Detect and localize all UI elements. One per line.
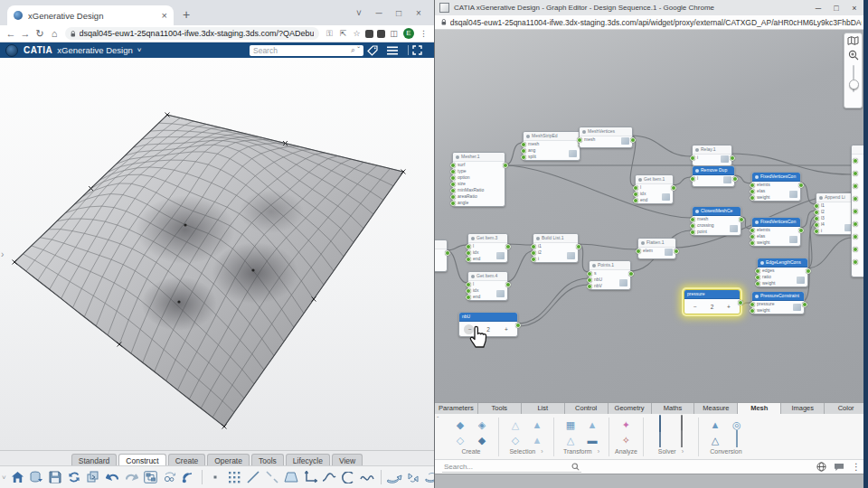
mesh-flip-icon[interactable]: ▦ [566, 416, 575, 432]
zoom-slider[interactable] [853, 65, 854, 92]
comment-icon[interactable] [834, 463, 844, 472]
forward-icon[interactable]: → [18, 28, 33, 39]
output-port[interactable] [674, 249, 679, 254]
group-expand-arrow-icon[interactable]: › [541, 448, 542, 455]
ribbon-tab-create[interactable]: Create [168, 454, 206, 466]
axis-system-icon[interactable] [301, 469, 320, 486]
input-port[interactable] [853, 171, 858, 176]
mesh-colors-icon[interactable]: ✦ [622, 416, 630, 432]
node-graph-canvas[interactable]: s.1Mesher.1surftypeoptionsizeminMaxRatio… [435, 30, 868, 402]
output-port[interactable] [732, 176, 738, 182]
mesh-create-icon[interactable]: ◆ [457, 416, 464, 432]
tab-search-icon[interactable]: ˅ [349, 8, 369, 18]
threeds-logo[interactable] [5, 44, 18, 57]
save-icon[interactable] [46, 469, 65, 486]
close-button[interactable]: × [409, 8, 429, 18]
back-icon[interactable]: ← [4, 28, 18, 39]
home-icon[interactable]: ⌂ [47, 28, 61, 39]
graph-node-relay1[interactable]: Relay.1i [692, 145, 732, 166]
output-port[interactable] [739, 217, 744, 222]
input-port[interactable] [853, 247, 858, 252]
share-icon[interactable]: ⇱ [336, 29, 350, 38]
solver-spring-icon[interactable] [681, 431, 683, 447]
graph-node-points1[interactable]: Points.1snbUnbV [589, 260, 631, 290]
input-port[interactable] [853, 209, 858, 214]
web-icon[interactable] [816, 462, 826, 472]
output-port[interactable] [628, 271, 634, 277]
output-port[interactable] [738, 300, 743, 305]
output-port[interactable] [503, 163, 508, 168]
slider-plus-button[interactable]: + [502, 326, 511, 333]
loft-icon[interactable] [404, 469, 423, 486]
graph-node-mesher1[interactable]: Mesher.1surftypeoptionsizeminMaxRatioare… [452, 152, 505, 207]
line-diagonal-icon[interactable] [263, 469, 282, 486]
mesh-duplicate-icon[interactable]: ◇ [457, 431, 464, 447]
maximize-button[interactable]: □ [389, 8, 409, 18]
graph-node-flatten1[interactable]: Flatten.1elem [637, 238, 676, 259]
output-port[interactable] [505, 282, 511, 287]
input-port[interactable] [690, 230, 695, 235]
output-port[interactable] [798, 228, 804, 233]
input-port[interactable] [750, 195, 755, 201]
input-port[interactable] [531, 257, 536, 262]
select-edge-icon[interactable]: △ [512, 416, 519, 432]
output-port[interactable] [505, 244, 511, 249]
select-face-icon[interactable]: ▲ [533, 431, 542, 447]
input-port[interactable] [577, 137, 582, 143]
toolbar-collapse-chevron-icon[interactable]: ˅ [2, 474, 6, 482]
output-port[interactable] [802, 302, 807, 307]
3d-viewport[interactable]: › [0, 58, 434, 450]
input-port[interactable] [633, 198, 638, 203]
input-port[interactable] [587, 284, 592, 289]
kebab-menu-icon[interactable]: ⋮ [852, 462, 861, 472]
mesh-subdivide-icon[interactable]: △ [567, 431, 574, 447]
slider-minus-button[interactable]: − [691, 304, 700, 310]
home-icon[interactable] [8, 469, 27, 486]
input-port[interactable] [755, 281, 760, 286]
slider-plus-button[interactable]: + [724, 304, 733, 310]
graph-node-meshvertices[interactable]: MeshVerticesmesh [579, 127, 633, 148]
graph-node-edgelength[interactable]: EdgeLengthConsedgesratioweight [757, 258, 808, 287]
search-input[interactable]: Search ⌕ ˇ [250, 45, 363, 56]
graph-node-fixedvertices1[interactable]: FixedVerticesConelemtselasweight [751, 172, 801, 202]
input-port[interactable] [750, 308, 755, 314]
spline-icon[interactable] [358, 469, 377, 486]
mesh-merge-icon[interactable]: ◆ [478, 431, 486, 447]
profile-avatar[interactable]: E [403, 28, 414, 39]
palette-collapse-chevron-icon[interactable]: ˇ [437, 416, 439, 422]
input-port[interactable] [853, 234, 858, 239]
ribbon-tab-construct[interactable]: Construct [118, 454, 165, 466]
output-port[interactable] [671, 185, 676, 191]
output-port[interactable] [515, 323, 521, 328]
graph-node-closestmesh[interactable]: ClosestMeshCemeshcrossingpoint [692, 206, 741, 236]
solver-relax-icon[interactable] [659, 431, 661, 447]
input-port[interactable] [466, 257, 471, 262]
input-port[interactable] [636, 249, 641, 254]
ribbon-tab-view[interactable]: View [332, 454, 363, 466]
graph-node-getitem3[interactable]: Get Item.3lidxend [467, 233, 508, 263]
app-chevron-icon[interactable]: ˅ [137, 46, 142, 54]
mesh-wrap-icon[interactable]: ◎ [732, 416, 741, 432]
kebab-menu-icon[interactable]: ⋮ [417, 29, 430, 38]
fullscreen-icon[interactable] [412, 45, 429, 55]
arc-icon[interactable] [339, 469, 358, 486]
graph-node-getitem4[interactable]: Get Item.4lidxend [467, 271, 508, 301]
graph-node-fixedvertices2[interactable]: FixedVerticesConelemtselasweight [751, 217, 801, 247]
browser-tab[interactable]: xGenerative Design × [7, 5, 174, 25]
stream-icon[interactable] [179, 469, 198, 486]
graph-node-removedup[interactable]: Remove Dupl [692, 165, 735, 187]
zoom-slider-knob[interactable] [849, 80, 859, 89]
mesh-move-icon[interactable]: ◈ [478, 416, 486, 432]
output-port[interactable] [730, 155, 735, 161]
input-port[interactable] [690, 176, 695, 182]
undo-icon[interactable] [103, 469, 122, 486]
mesh-inspect-icon[interactable]: ✧ [622, 431, 630, 447]
revolve-icon[interactable] [423, 469, 434, 486]
curve-icon[interactable] [320, 469, 339, 486]
extension-icon[interactable] [377, 30, 385, 38]
surface-to-mesh-icon[interactable]: △ [712, 431, 719, 447]
mesh-box-icon[interactable] [736, 431, 738, 447]
mesh-smooth-icon[interactable]: ▲ [588, 416, 598, 432]
input-port[interactable] [853, 259, 858, 265]
output-port[interactable] [576, 244, 581, 249]
